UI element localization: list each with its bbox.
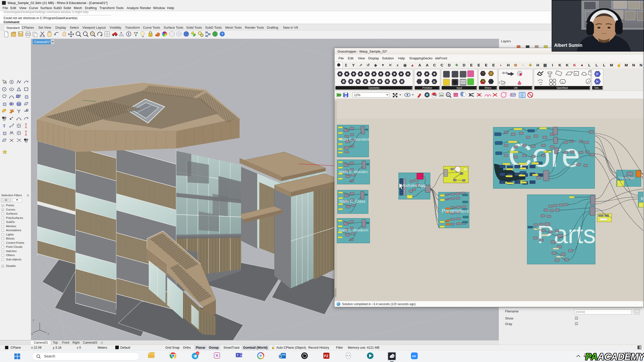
svg-text:✤: ✤ [529,63,532,67]
svg-text:Primitive: Primitive [422,87,432,89]
svg-text:FZ: FZ [324,354,329,358]
svg-text:✳: ✳ [455,63,458,67]
svg-text:I: I [552,63,553,67]
svg-text:☝: ☝ [617,63,621,67]
svg-text:A: A [433,80,435,83]
svg-text:N: N [640,63,642,67]
svg-text:D: D [448,63,451,67]
svg-text:Y: Y [352,63,355,67]
svg-text:L: L [603,63,605,67]
svg-text:H: H [507,63,510,67]
svg-text:Tele...: Tele... [594,87,601,89]
svg-text:N: N [632,63,635,67]
svg-text:▲: ▲ [410,63,414,67]
svg-text:Modules Agg: Modules Agg [401,183,426,188]
svg-text:GHA: GHA [433,95,437,96]
svg-text:E: E [470,63,473,67]
svg-text:K: K [573,63,576,67]
svg-text:C: C [440,63,443,67]
svg-text:C: C [433,63,436,67]
svg-text:K: K [558,63,561,67]
svg-text:Albert Sumin: Albert Sumin [554,43,582,48]
svg-text:K: K [566,63,569,67]
svg-text:Util: Util [514,87,517,89]
svg-text:◗: ◗ [500,63,502,67]
svg-text:◌: ◌ [522,63,524,67]
svg-text:y: y [31,332,33,335]
svg-text:7: 7 [426,80,427,83]
svg-text:zm: zm [412,354,416,357]
svg-text:✦: ✦ [531,87,533,89]
svg-text:Search: Search [44,354,55,358]
svg-text:Frame Agg: Frame Agg [618,176,634,180]
svg-text:E: E [492,63,495,67]
svg-text:Camera01*: Camera01* [34,40,50,44]
svg-text:◆: ◆ [374,63,377,67]
svg-text:Walls C_WoodenH: Walls C_WoodenH [339,228,368,232]
svg-text:✿: ✿ [514,63,517,67]
svg-text:✦: ✦ [411,87,413,89]
svg-text:Σ: Σ [345,63,347,67]
svg-text:R: R [641,197,643,201]
svg-text:✦: ✦ [438,87,440,89]
svg-text:G: G [562,81,563,84]
svg-text:12%: 12% [354,93,360,97]
svg-text:✕: ✕ [389,63,392,67]
svg-text:A: A [426,63,429,67]
svg-text:T: T [3,124,6,128]
svg-text:◉: ◉ [403,63,407,67]
svg-text:H: H [575,73,577,75]
svg-text:↺: ↺ [367,63,370,67]
svg-text:ϵ: ϵ [397,63,399,67]
svg-text:M: M [625,63,628,67]
svg-text:x: x [48,332,49,335]
svg-text:✦: ✦ [496,87,498,89]
svg-text:OpenNest: OpenNest [556,87,568,89]
svg-text:Rhino: Rhino [485,87,491,89]
svg-text:Walls C_Standard: Walls C_Standard [339,137,369,141]
svg-text:E: E [485,63,487,67]
svg-text:S: S [447,94,449,96]
svg-text:85: 85 [197,352,199,354]
svg-text:●: ● [581,63,583,67]
svg-text:T: T [237,354,239,357]
svg-text:E: E [477,63,480,67]
svg-text:✦: ✦ [589,87,591,89]
svg-text:✦: ✦ [601,87,603,89]
svg-text:H: H [536,63,539,67]
svg-text:Walls C_Glass: Walls C_Glass [339,199,365,204]
svg-text:✦: ✦ [475,87,477,89]
svg-text:?: ? [221,32,223,36]
svg-text:L: L [588,63,590,67]
svg-text:Input: Input [457,87,462,89]
svg-text:z: z [33,319,34,321]
svg-text:Parameters: Parameters [442,208,469,214]
svg-text:▦: ▦ [543,63,547,67]
svg-text:L: L [596,63,598,67]
svg-text:D: D [463,63,465,67]
svg-text:Walls C_Wooden: Walls C_Wooden [339,170,368,174]
svg-text:▼: ▼ [381,63,385,67]
svg-text:M: M [610,63,613,67]
svg-text:Geometry: Geometry [368,87,380,89]
svg-text:➚: ➚ [359,63,362,67]
svg-text:A: A [419,63,421,67]
